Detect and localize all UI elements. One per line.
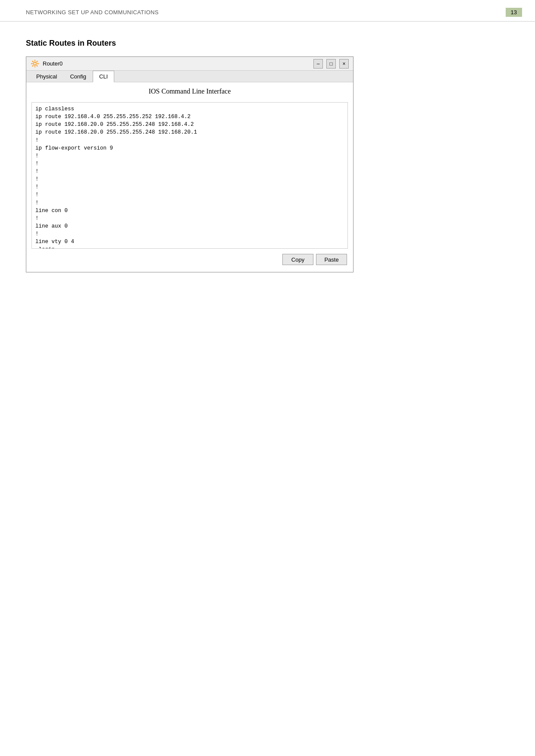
page-header-title: NETWORKING SET UP AND COMMUNICATIONS (26, 9, 159, 16)
tab-cli[interactable]: CLI (93, 71, 114, 82)
router-icon: 🔆 (31, 59, 39, 68)
tab-physical[interactable]: Physical (30, 71, 63, 82)
page-header: NETWORKING SET UP AND COMMUNICATIONS 13 (0, 0, 535, 22)
router-window: 🔆 Router0 – □ × Physical Config CLI IOS … (26, 56, 354, 272)
page-number-badge: 13 (506, 8, 522, 17)
cli-panel: IOS Command Line Interface ip classless … (26, 82, 353, 272)
tab-config[interactable]: Config (63, 71, 93, 82)
cli-terminal[interactable]: ip classless ip route 192.168.4.0 255.25… (31, 102, 348, 249)
cli-header: IOS Command Line Interface (31, 87, 348, 98)
router-title-left: 🔆 Router0 (31, 59, 63, 68)
close-button[interactable]: × (339, 59, 349, 69)
minimize-button[interactable]: – (313, 59, 323, 69)
router-tabs: Physical Config CLI (26, 71, 353, 82)
section-title: Static Routes in Routers (26, 39, 509, 48)
cli-terminal-content: ip classless ip route 192.168.4.0 255.25… (35, 105, 344, 249)
cli-actions: Copy Paste (31, 252, 348, 267)
maximize-button[interactable]: □ (326, 59, 336, 69)
content-area: Static Routes in Routers 🔆 Router0 – □ ×… (0, 22, 535, 298)
copy-button[interactable]: Copy (282, 254, 313, 265)
router-title-text: Router0 (43, 60, 63, 67)
router-title-bar: 🔆 Router0 – □ × (26, 57, 353, 71)
window-controls: – □ × (313, 59, 349, 69)
paste-button[interactable]: Paste (316, 254, 347, 265)
